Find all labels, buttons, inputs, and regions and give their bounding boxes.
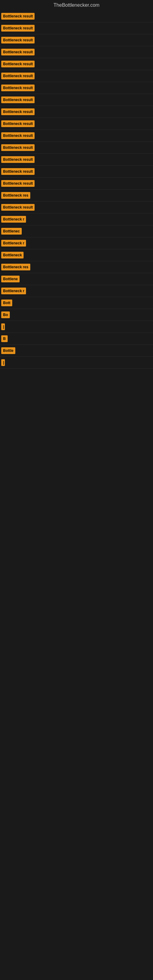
bottleneck-badge[interactable]: Bottleneck result: [1, 73, 35, 79]
list-item: Bottleneck result: [0, 58, 153, 70]
bottleneck-badge[interactable]: Bottle: [1, 347, 15, 354]
list-item: Bottleneck result: [0, 22, 153, 34]
bottleneck-badge[interactable]: Bo: [1, 312, 10, 318]
list-item: Bottleneck result: [0, 82, 153, 94]
bottleneck-list: Bottleneck resultBottleneck resultBottle…: [0, 10, 153, 369]
list-item: Bottleneck result: [0, 166, 153, 178]
bottleneck-badge[interactable]: Bottleneck res: [1, 192, 30, 199]
bottleneck-badge[interactable]: Bottleneck r: [1, 288, 26, 294]
list-item: Bottle: [0, 345, 153, 357]
bottleneck-badge[interactable]: Bottleneck result: [1, 108, 35, 115]
bottleneck-badge[interactable]: Bottleneck result: [1, 25, 35, 32]
bottleneck-badge[interactable]: Bottleneck result: [1, 132, 35, 139]
list-item: Bottleneck result: [0, 202, 153, 213]
list-item: Bottleneck result: [0, 130, 153, 142]
bottleneck-badge[interactable]: Bottleneck result: [1, 84, 35, 91]
bottleneck-badge[interactable]: Bottleneck result: [1, 37, 35, 43]
list-item: Bott: [0, 297, 153, 309]
bottleneck-badge[interactable]: Bottleneck r: [1, 240, 26, 247]
bottleneck-badge[interactable]: Bottleneck: [1, 252, 24, 258]
list-item: B: [0, 333, 153, 345]
site-title-text: TheBottlenecker.com: [54, 2, 99, 8]
bottleneck-badge[interactable]: Bottleneck result: [1, 60, 35, 67]
bottleneck-badge[interactable]: Bottleneck result: [1, 97, 35, 103]
list-item: Bo: [0, 309, 153, 321]
list-item: Bottlene: [0, 273, 153, 285]
list-item: Bottleneck result: [0, 178, 153, 189]
list-item: Bottleneck r: [0, 285, 153, 297]
list-item: |: [0, 321, 153, 333]
list-item: Bottleneck result: [0, 106, 153, 118]
bottleneck-badge[interactable]: Bottleneck result: [1, 120, 35, 127]
bottleneck-badge[interactable]: Bottleneck result: [1, 49, 35, 56]
list-item: Bottleneck res: [0, 189, 153, 202]
bottleneck-badge[interactable]: B: [1, 335, 8, 342]
list-item: Bottleneck: [0, 249, 153, 261]
bottleneck-badge[interactable]: |: [1, 359, 5, 366]
list-item: Bottleneck result: [0, 34, 153, 46]
bottleneck-badge[interactable]: Bottleneck result: [1, 204, 35, 211]
list-item: Bottleneck result: [0, 118, 153, 130]
bottleneck-badge[interactable]: Bottleneck result: [1, 156, 35, 163]
list-item: Bottleneck result: [0, 46, 153, 58]
bottleneck-badge[interactable]: |: [1, 323, 5, 330]
list-item: Bottleneck r: [0, 237, 153, 249]
bottleneck-badge[interactable]: Bott: [1, 299, 12, 306]
bottleneck-badge[interactable]: Bottleneck result: [1, 168, 35, 175]
bottleneck-badge[interactable]: Bottleneck result: [1, 180, 35, 187]
list-item: Bottleneck result: [0, 94, 153, 106]
bottleneck-badge[interactable]: Bottleneck r: [1, 216, 26, 223]
list-item: Bottleneck res: [0, 261, 153, 273]
bottleneck-badge[interactable]: Bottlenec: [1, 228, 22, 235]
list-item: Bottleneck result: [0, 70, 153, 82]
bottleneck-badge[interactable]: Bottleneck res: [1, 264, 30, 270]
list-item: Bottleneck result: [0, 154, 153, 166]
list-item: Bottlenec: [0, 225, 153, 237]
list-item: Bottleneck r: [0, 213, 153, 225]
bottleneck-badge[interactable]: Bottleneck result: [1, 144, 35, 151]
bottleneck-badge[interactable]: Bottleneck result: [1, 13, 35, 20]
list-item: Bottleneck result: [0, 10, 153, 22]
site-title: TheBottlenecker.com: [0, 0, 153, 10]
bottleneck-badge[interactable]: Bottlene: [1, 275, 19, 282]
list-item: Bottleneck result: [0, 142, 153, 154]
list-item: |: [0, 357, 153, 369]
